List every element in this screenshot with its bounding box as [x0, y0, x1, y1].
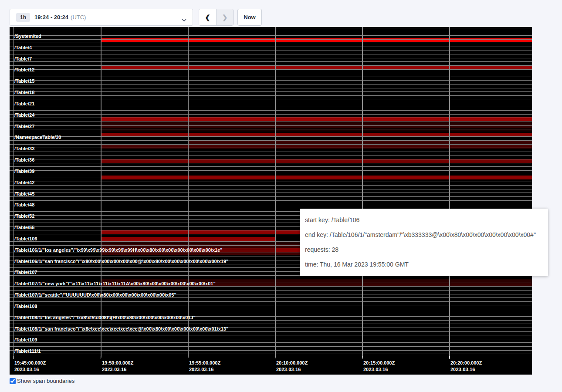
- chevron-down-icon: [182, 16, 186, 24]
- row-label: /Table/12: [14, 67, 34, 73]
- row-label: /Table/106: [14, 236, 37, 242]
- time-tick: [275, 356, 275, 359]
- time-gridline: [13, 27, 14, 358]
- row-label: /Table/42: [14, 180, 34, 186]
- time-range-select[interactable]: 1h 19:24 - 20:24 (UTC): [10, 9, 193, 26]
- tooltip-end-key: end key: /Table/106/1/"amsterdam"/"\xb33…: [305, 227, 543, 242]
- duration-badge: 1h: [16, 13, 30, 22]
- row-label: /Table/52: [14, 213, 34, 219]
- row-label: /Table/108/1/"san francisco"/"\x8c\xcc\x…: [14, 326, 228, 332]
- show-span-boundaries-control[interactable]: Show span boundaries: [10, 378, 74, 384]
- span-tooltip: start key: /Table/106 end key: /Table/10…: [300, 209, 548, 276]
- row-label: /Table/33: [14, 146, 34, 152]
- row-label: /Table/15: [14, 78, 34, 84]
- time-axis: 19:45:00.000Z2023-03-1619:50:00.000Z2023…: [10, 356, 532, 375]
- row-label: /Table/48: [14, 202, 34, 208]
- tooltip-requests: requests: 28: [305, 242, 543, 257]
- row-label: /Table/45: [14, 191, 34, 197]
- time-gridline: [188, 27, 189, 358]
- chevron-left-icon: ❮: [205, 14, 210, 21]
- row-label: /Table/27: [14, 124, 34, 129]
- span-boundary-gridlines: [10, 28, 532, 358]
- row-label: /Table/106/1/"san francisco"/"\x80\x00\x…: [14, 259, 228, 264]
- now-button[interactable]: Now: [237, 9, 262, 26]
- time-tick: [101, 356, 101, 359]
- time-nav-button-group: ❮ ❯: [199, 9, 234, 26]
- next-time-button[interactable]: ❯: [216, 9, 233, 25]
- time-tick-label: 19:50:00.000Z2023-03-16: [102, 360, 133, 372]
- row-label: /Table/107/1/"seattle"/"UUUUUUD\x00\x80\…: [14, 292, 176, 298]
- timezone-label: (UTC): [71, 14, 86, 20]
- time-gridline: [449, 27, 450, 358]
- row-label: /NamespaceTable/30: [14, 135, 61, 140]
- tooltip-time: time: Thu, 16 Mar 2023 19:55:00 GMT: [305, 257, 543, 272]
- row-label: /System/tsd: [14, 34, 41, 39]
- row-label: /Table/108/1/"los angeles"/"\xa8\xf5\u00…: [14, 315, 196, 321]
- row-label: /Table/55: [14, 225, 34, 230]
- checkbox-label: Show span boundaries: [17, 378, 74, 384]
- key-visualizer-canvas[interactable]: /System/tsd/Table/4/Table/7/Table/12/Tab…: [10, 27, 532, 375]
- row-label: /Table/36: [14, 157, 34, 163]
- show-span-boundaries-checkbox[interactable]: [10, 378, 16, 384]
- time-tick-label: 20:10:00.000Z2023-03-16: [276, 360, 308, 372]
- time-tick: [188, 356, 188, 359]
- time-gridline: [362, 27, 363, 358]
- row-label: /Table/18: [14, 90, 34, 95]
- time-tick: [13, 356, 14, 359]
- row-label: /Table/107: [14, 270, 37, 275]
- time-tick: [362, 356, 362, 359]
- key-visualizer-page: 1h 19:24 - 20:24 (UTC) ❮ ❯ Now /System/t…: [0, 0, 562, 392]
- row-label: /Table/7: [14, 56, 32, 62]
- time-gridline: [275, 27, 276, 358]
- prev-time-button[interactable]: ❮: [199, 9, 216, 25]
- row-label: /Table/111/1: [14, 348, 41, 354]
- time-gridline: [101, 27, 102, 358]
- time-range-label: 19:24 - 20:24: [34, 14, 68, 20]
- time-tick-label: 20:20:00.000Z2023-03-16: [450, 360, 482, 372]
- row-label: /Table/4: [14, 45, 32, 51]
- time-tick-label: 20:15:00.000Z2023-03-16: [363, 360, 395, 372]
- row-label: /Table/21: [14, 101, 34, 107]
- row-label: /Table/39: [14, 169, 34, 174]
- tooltip-start-key: start key: /Table/106: [305, 213, 543, 227]
- row-label: /Table/24: [14, 112, 34, 118]
- row-label: /Table/107/1/"new york"/"\x11\x11\x11\x1…: [14, 281, 216, 287]
- row-label: /Table/109: [14, 337, 37, 343]
- time-tick-label: 19:55:00.000Z2023-03-16: [189, 360, 220, 372]
- time-tick: [449, 356, 450, 359]
- row-label: /Table/106/1/"los angeles"/"\x99\x99\x99…: [14, 247, 223, 253]
- row-label: /Table/108: [14, 304, 37, 309]
- chevron-right-icon: ❯: [222, 14, 228, 21]
- time-tick-label: 19:45:00.000Z2023-03-16: [14, 360, 46, 372]
